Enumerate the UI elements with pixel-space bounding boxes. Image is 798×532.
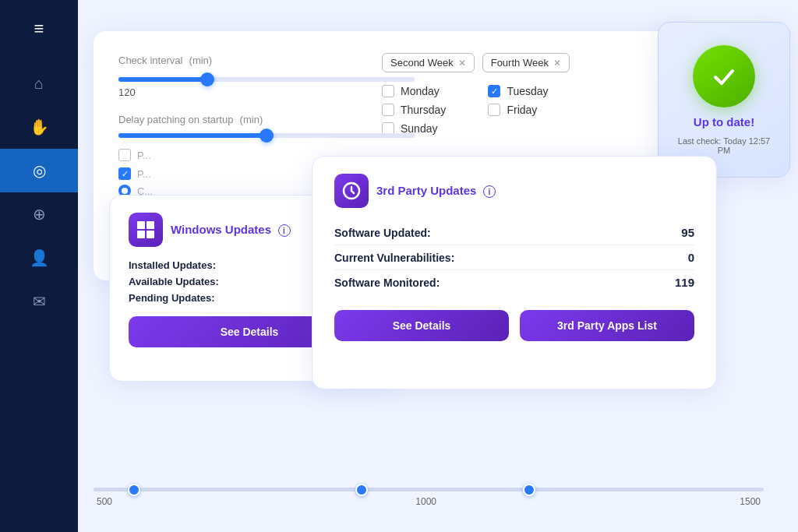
slider-label-1000: 1000 [415,496,436,507]
windows-icon-box [129,213,163,247]
main-area: Check interval (min) 120 Second Week ✕ F… [78,0,798,532]
bottom-slider-labels: 500 1000 1500 [94,496,764,507]
sidebar-item-target[interactable]: ◎ [0,149,78,192]
bottom-thumb-1[interactable] [128,484,140,496]
week-tag-fourth-close[interactable]: ✕ [553,58,561,69]
day-monday[interactable]: Monday [382,85,463,97]
delay-slider-wrap [118,133,661,138]
checkmark-icon [709,62,739,91]
third-party-see-details-button[interactable]: See Details [334,310,509,341]
third-party-title-wrap: 3rd Party Updates i [376,184,496,199]
week-tag-second[interactable]: Second Week ✕ [382,53,475,72]
windows-card-title: Windows Updates [171,223,271,236]
sidebar: ≡ ⌂ ✋ ◎ ⊕ 👤 ✉ [0,0,78,532]
home-icon: ⌂ [34,75,44,93]
check-interval-fill [118,77,207,82]
third-party-title: 3rd Party Updates [376,184,476,197]
sidebar-item-home[interactable]: ⌂ [0,62,78,105]
day-tuesday-label: Tuesday [507,85,548,97]
bottom-slider-track [94,488,764,491]
day-friday[interactable]: Friday [488,104,569,116]
third-party-buttons: See Details 3rd Party Apps List [334,310,694,341]
third-party-icon-box [334,174,369,208]
week-tag-fourth-label: Fourth Week [491,57,549,69]
slider-label-1500: 1500 [740,496,761,507]
user-icon: 👤 [30,248,49,267]
third-party-apps-list-button[interactable]: 3rd Party Apps List [520,310,694,341]
bottom-thumb-2[interactable] [355,484,368,496]
delay-thumb[interactable] [260,129,274,143]
week-tag-second-close[interactable]: ✕ [458,58,466,69]
monitored-label: Software Monitored: [334,277,440,289]
check-interval-track [118,77,415,82]
day-thursday-checkbox[interactable] [382,104,394,116]
bottom-slider-area: 500 1000 1500 [94,488,764,507]
windows-info-icon[interactable]: i [278,224,291,237]
day-monday-checkbox[interactable] [382,85,394,97]
day-tuesday[interactable]: ✓ Tuesday [488,85,569,97]
extra-checkbox-1[interactable] [118,149,131,161]
third-party-header: 3rd Party Updates i [334,174,694,208]
vulnerabilities-row: Current Vulnerabilities: 0 [334,245,694,270]
delay-fill [118,133,267,138]
sidebar-item-hand[interactable]: ✋ [0,105,78,149]
software-updated-row: Software Updated: 95 [334,220,694,245]
monitored-value: 119 [675,276,694,289]
windows-icon [136,220,156,240]
bottom-thumb-3[interactable] [523,484,535,496]
sidebar-item-scope[interactable]: ⊕ [0,192,78,236]
slider-label-500: 500 [97,496,112,507]
day-friday-checkbox[interactable] [488,104,500,116]
third-party-stats-table: Software Updated: 95 Current Vulnerabili… [334,220,694,294]
mail-icon: ✉ [33,292,46,311]
third-party-card: 3rd Party Updates i Software Updated: 95… [312,156,717,389]
vulnerabilities-value: 0 [688,251,694,264]
monitored-row: Software Monitored: 119 [334,270,694,294]
status-card: Up to date! Last check: Today 12:57 PM [658,22,790,178]
third-party-icon [341,181,362,201]
week-tag-second-label: Second Week [390,57,454,69]
status-title: Up to date! [694,115,754,129]
status-circle [693,45,755,107]
windows-card-title-wrap: Windows Updates i [171,223,291,238]
vulnerabilities-label: Current Vulnerabilities: [334,252,454,264]
software-updated-label: Software Updated: [334,227,431,239]
day-friday-label: Friday [507,104,537,116]
status-subtitle: Last check: Today 12:57 PM [674,136,774,155]
scope-icon: ⊕ [33,205,46,224]
svg-rect-0 [137,221,145,229]
days-grid: Monday ✓ Tuesday Thursday Friday Sunday [382,85,570,135]
extra-checkbox-2[interactable]: ✓ [118,167,131,180]
day-tuesday-checkbox[interactable]: ✓ [488,85,500,97]
third-party-info-icon[interactable]: i [483,185,496,198]
day-thursday-label: Thursday [401,104,446,116]
delay-track [118,133,415,138]
software-updated-value: 95 [681,226,694,239]
extra-label-1: P... [137,150,151,161]
day-monday-label: Monday [401,85,440,97]
week-tags-area: Second Week ✕ Fourth Week ✕ Monday ✓ Tue… [382,53,570,135]
menu-icon[interactable]: ≡ [34,19,44,39]
week-tag-fourth[interactable]: Fourth Week ✕ [482,53,570,72]
sidebar-item-mail[interactable]: ✉ [0,280,78,323]
svg-rect-2 [137,231,145,238]
sidebar-item-user[interactable]: 👤 [0,236,78,280]
check-interval-thumb[interactable] [200,72,214,86]
svg-rect-1 [147,221,154,229]
extra-label-2: P... [137,168,151,180]
week-tags-row: Second Week ✕ Fourth Week ✕ [382,53,570,72]
hand-icon: ✋ [30,118,49,136]
target-icon: ◎ [33,161,46,180]
day-thursday[interactable]: Thursday [382,104,463,116]
svg-rect-3 [147,231,154,238]
